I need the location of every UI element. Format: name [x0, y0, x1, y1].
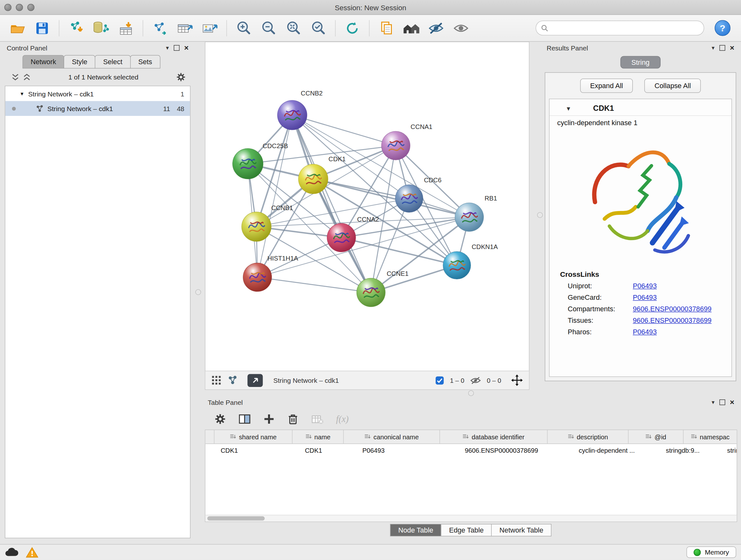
tab-network[interactable]: Network [23, 55, 64, 69]
network-graph[interactable]: CCNB2CCNA1CDC25BCDK1CDC6RB1CCNB1CCNA2CDK… [205, 42, 529, 371]
float-panel-icon[interactable] [719, 45, 725, 51]
table-row[interactable]: CDK1 CDK1 P06493 9606.ENSP00000378699 cy… [205, 444, 737, 457]
export-table-button[interactable] [173, 17, 196, 39]
import-network-file-icon [69, 20, 84, 36]
help-button[interactable]: ? [715, 20, 731, 36]
column-header[interactable]: canonical name [344, 430, 440, 443]
crosslink-link[interactable]: P06493 [633, 294, 657, 301]
disclosure-triangle-icon[interactable]: ▾ [567, 105, 570, 112]
scrollbar-thumb[interactable] [207, 516, 265, 521]
table-cell[interactable]: cyclin-dependent ... [572, 444, 659, 457]
tree-row-collection[interactable]: ▼ String Network – cdk1 1 [5, 86, 190, 101]
column-header[interactable]: namespac [684, 430, 737, 443]
table-cell[interactable]: 9606.ENSP00000378699 [458, 444, 572, 457]
cloud-icon[interactable] [5, 547, 18, 557]
import-network-from-database-button[interactable] [90, 17, 113, 39]
copy-document-button[interactable] [375, 17, 398, 39]
grid-icon[interactable] [211, 375, 222, 386]
tab-select[interactable]: Select [95, 55, 131, 69]
sort-column-icon [646, 434, 652, 440]
tree-row-network[interactable]: String Network – cdk1 11 48 [5, 101, 190, 116]
network-node-label: CCNB1 [271, 204, 293, 211]
table-cell[interactable]: CDK1 [298, 444, 356, 457]
string-network-icon[interactable] [227, 375, 238, 386]
zoom-fit-button[interactable] [282, 17, 305, 39]
vertical-splitter-handle[interactable] [195, 289, 201, 295]
column-header[interactable]: name [293, 430, 344, 443]
panel-menu-icon[interactable]: ▾ [712, 399, 715, 405]
expand-all-button[interactable]: Expand All [580, 78, 633, 93]
crosslink-link[interactable]: 9606.ENSP00000378699 [633, 317, 712, 324]
export-image-button[interactable] [198, 17, 221, 39]
network-edge-CDK1-RB1[interactable] [313, 179, 469, 217]
close-panel-icon[interactable]: × [730, 44, 734, 52]
memory-button[interactable]: Memory [687, 547, 736, 558]
panel-menu-icon[interactable]: ▾ [712, 45, 715, 51]
table-cell[interactable]: stringdb:9... [659, 444, 721, 457]
float-panel-icon[interactable] [174, 45, 179, 51]
network-edge-CCNB2-CCNE1[interactable] [292, 115, 371, 293]
import-table-from-file-button[interactable] [115, 17, 138, 39]
selected-checkbox-icon[interactable] [435, 376, 444, 385]
apply-layout-button[interactable] [341, 17, 364, 39]
panel-menu-icon[interactable]: ▾ [166, 45, 169, 51]
column-header[interactable]: description [548, 430, 629, 443]
network-edge-HIST1H1A-CCNE1[interactable] [258, 277, 371, 293]
add-column-plus-icon[interactable] [263, 414, 275, 425]
column-header[interactable]: database identifier [440, 430, 548, 443]
zoom-in-button[interactable] [232, 17, 255, 39]
column-header[interactable]: @id [629, 430, 684, 443]
export-table-icon [177, 20, 193, 36]
results-tab-string[interactable]: String [620, 56, 661, 69]
vertical-splitter-handle[interactable] [537, 212, 543, 218]
zoom-out-button[interactable] [257, 17, 280, 39]
app-window: Session: New Session [0, 0, 741, 560]
open-session-button[interactable] [6, 17, 29, 39]
table-panel-title: Table Panel [208, 398, 243, 406]
horizontal-scrollbar[interactable] [205, 515, 737, 522]
node-table: shared name name canonical name dat [205, 430, 737, 522]
search-input[interactable] [551, 23, 699, 32]
clone-network-button[interactable] [148, 17, 172, 39]
table-cell[interactable]: P06493 [356, 444, 458, 457]
table-cell[interactable]: stringdb [721, 444, 737, 457]
save-session-button[interactable] [30, 17, 54, 39]
tab-network-table[interactable]: Network Table [491, 524, 551, 537]
collapse-all-icon[interactable] [11, 73, 19, 81]
collapse-all-button[interactable]: Collapse All [645, 78, 701, 93]
close-panel-icon[interactable]: × [730, 398, 734, 406]
hide-selected-button[interactable] [425, 17, 448, 39]
zoom-selected-button[interactable] [307, 17, 330, 39]
tab-edge-table[interactable]: Edge Table [441, 524, 492, 537]
import-network-from-file-button[interactable] [65, 17, 88, 39]
network-edge-CCNB2-CCNA1[interactable] [292, 115, 396, 146]
delete-column-trash-icon[interactable] [287, 414, 299, 425]
gear-icon[interactable] [176, 72, 186, 82]
crosslink-link[interactable]: 9606.ENSP00000378699 [633, 305, 712, 313]
results-panel: Results Panel ▾ × String Expand All [544, 42, 737, 390]
float-panel-icon[interactable] [719, 399, 725, 405]
fit-crosshair-icon[interactable] [511, 374, 523, 387]
column-header[interactable]: shared name [214, 430, 293, 443]
open-in-browser-button[interactable] [248, 374, 263, 387]
tab-sets[interactable]: Sets [130, 55, 160, 69]
expand-all-icon[interactable] [23, 73, 30, 81]
crosslink-link[interactable]: P06493 [633, 282, 657, 290]
search-box[interactable] [536, 21, 704, 36]
close-panel-icon[interactable]: × [184, 44, 189, 52]
warning-icon[interactable] [26, 547, 38, 558]
hidden-eye-slash-icon[interactable] [470, 376, 481, 385]
disclosure-triangle-icon[interactable]: ▼ [20, 91, 24, 97]
network-canvas[interactable]: CCNB2CCNA1CDC25BCDK1CDC6RB1CCNB1CCNA2CDK… [205, 42, 529, 371]
network-edge-CCNB2-HIST1H1A[interactable] [258, 115, 292, 277]
show-all-button[interactable] [450, 17, 473, 39]
table-cell[interactable]: CDK1 [214, 444, 298, 457]
horizontal-splitter[interactable] [205, 390, 737, 396]
tab-style[interactable]: Style [64, 55, 95, 69]
birdseye-button[interactable] [400, 17, 423, 39]
tab-node-table[interactable]: Node Table [390, 524, 441, 537]
right-area: CCNB2CCNA1CDC25BCDK1CDC6RB1CCNB1CCNA2CDK… [205, 42, 737, 539]
show-columns-icon[interactable] [239, 414, 251, 425]
table-settings-gear-icon[interactable] [214, 414, 226, 425]
crosslink-link[interactable]: P06493 [633, 328, 657, 336]
